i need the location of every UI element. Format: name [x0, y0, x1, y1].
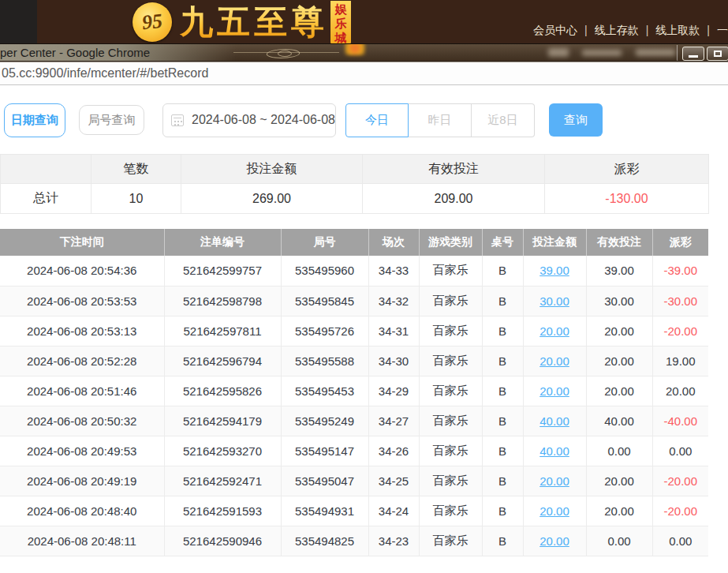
cell-bet-time: 2024-06-08 20:53:13	[0, 316, 164, 346]
bet-amount-link[interactable]: 40.00	[539, 414, 569, 428]
minimize-button[interactable]	[682, 47, 704, 61]
blurred-text-blob	[548, 48, 569, 57]
maximize-button[interactable]	[707, 47, 728, 61]
last-8-days-button[interactable]: 近8日	[472, 103, 535, 137]
bet-amount-link[interactable]: 20.00	[539, 534, 569, 548]
window-controls	[677, 45, 728, 62]
records-header-row: 下注时间 注单编号 局号 场次 游戏类别 桌号 投注金额 有效投注 派彩	[0, 229, 708, 256]
cell-table-no: B	[482, 526, 523, 556]
cell-bet-time: 2024-06-08 20:54:36	[0, 256, 164, 286]
round-query-tab[interactable]: 局号查询	[79, 105, 144, 135]
cell-order-no: 521642595826	[164, 376, 281, 406]
cell-game-type: 百家乐	[419, 406, 482, 436]
nav-online-withdraw[interactable]: 线上取款	[655, 24, 700, 36]
address-bar[interactable]: 05.cc:9900/infe/mcenter/#/betRecord	[0, 62, 728, 85]
summary-total-row: 总计 10 269.00 209.00 -130.00	[1, 184, 709, 214]
records-body: 2024-06-08 20:54:36 521642599757 5354959…	[0, 256, 708, 556]
cell-session: 34-33	[368, 256, 419, 286]
logo-vertical-banner: 娱 乐 城	[330, 1, 351, 43]
nav-member-center[interactable]: 会员中心	[533, 24, 577, 36]
date-range-input[interactable]: 2024-06-08 ~ 2024-06-08	[162, 103, 336, 137]
cell-round-no: 535494931	[281, 496, 368, 526]
cell-table-no: B	[482, 256, 523, 286]
cell-payout: -39.00	[652, 256, 708, 286]
logo-title: 九五至尊	[180, 1, 328, 43]
cell-order-no: 521642594179	[164, 406, 281, 436]
cell-payout: -20.00	[652, 466, 708, 496]
cell-table-no: B	[482, 316, 523, 346]
cell-bet-amount: 20.00	[523, 316, 586, 346]
summary-payout-value: -130.00	[545, 184, 709, 214]
decorative-swirl-icon	[233, 52, 339, 58]
cell-bet-amount: 40.00	[523, 436, 586, 466]
bet-amount-link[interactable]: 40.00	[539, 444, 569, 458]
nav-separator: |	[646, 24, 649, 36]
search-button[interactable]: 查询	[549, 103, 603, 137]
maximize-icon	[714, 51, 722, 57]
cell-valid-bet: 40.00	[586, 406, 652, 436]
summary-header-blank	[1, 155, 91, 184]
bet-amount-link[interactable]: 20.00	[539, 474, 569, 488]
summary-valid-bet-value: 209.00	[363, 184, 545, 214]
cell-bet-amount: 30.00	[523, 286, 586, 316]
bet-amount-link[interactable]: 20.00	[539, 324, 569, 338]
cell-session: 34-32	[368, 286, 419, 316]
table-row: 2024-06-08 20:54:36 521642599757 5354959…	[0, 256, 708, 286]
cell-session: 34-25	[368, 466, 419, 496]
cell-valid-bet: 20.00	[586, 466, 652, 496]
table-row: 2024-06-08 20:53:53 521642598798 5354958…	[0, 286, 708, 316]
bet-amount-link[interactable]: 20.00	[539, 504, 569, 518]
window-title: per Center - Google Chrome	[0, 44, 150, 61]
cell-bet-amount: 20.00	[523, 496, 586, 526]
cell-payout: -20.00	[652, 316, 708, 346]
nav-separator: |	[707, 24, 710, 36]
col-order-no: 注单编号	[164, 229, 281, 256]
cell-session: 34-29	[368, 376, 419, 406]
table-row: 2024-06-08 20:50:32 521642594179 5354952…	[0, 406, 708, 436]
summary-header-valid-bet: 有效投注	[363, 155, 545, 184]
bet-amount-link[interactable]: 20.00	[539, 384, 569, 398]
logo-95-icon: 95	[133, 2, 172, 42]
banner-char: 城	[330, 31, 351, 43]
today-button[interactable]: 今日	[345, 103, 409, 137]
summary-total-label: 总计	[1, 184, 91, 214]
bet-amount-link[interactable]: 30.00	[539, 294, 569, 308]
cell-bet-time: 2024-06-08 20:52:28	[0, 346, 164, 376]
cell-bet-time: 2024-06-08 20:49:19	[0, 466, 164, 496]
summary-table: 笔数 投注金额 有效投注 派彩 总计 10 269.00 209.00 -130…	[0, 154, 709, 214]
col-bet-time: 下注时间	[0, 229, 164, 256]
blurred-text-blob	[582, 50, 622, 56]
nav-one-key[interactable]: 一键	[717, 24, 728, 36]
cell-order-no: 521642597811	[164, 316, 281, 346]
minimize-icon	[689, 55, 698, 58]
cell-round-no: 535495960	[281, 256, 368, 286]
summary-bet-amount-value: 269.00	[181, 184, 363, 214]
date-query-tab[interactable]: 日期查询	[4, 103, 65, 137]
table-row: 2024-06-08 20:48:40 521642591593 5354949…	[0, 496, 708, 526]
cell-game-type: 百家乐	[419, 526, 482, 556]
cell-game-type: 百家乐	[419, 256, 482, 286]
cell-bet-amount: 40.00	[523, 406, 586, 436]
table-row: 2024-06-08 20:53:13 521642597811 5354957…	[0, 316, 708, 346]
cell-valid-bet: 20.00	[586, 376, 652, 406]
nav-online-deposit[interactable]: 线上存款	[595, 24, 639, 36]
col-table-no: 桌号	[482, 229, 523, 256]
cell-valid-bet: 0.00	[586, 526, 652, 556]
date-range-value: 2024-06-08 ~ 2024-06-08	[192, 113, 335, 127]
table-row: 2024-06-08 20:49:53 521642593270 5354951…	[0, 436, 708, 466]
cell-order-no: 521642590946	[164, 526, 281, 556]
yesterday-button[interactable]: 昨日	[409, 103, 472, 137]
cell-order-no: 521642599757	[164, 256, 281, 286]
bet-records-table: 下注时间 注单编号 局号 场次 游戏类别 桌号 投注金额 有效投注 派彩 202…	[0, 229, 708, 556]
cell-bet-amount: 39.00	[523, 256, 586, 286]
cell-bet-amount: 20.00	[523, 526, 586, 556]
cell-game-type: 百家乐	[419, 346, 482, 376]
cell-bet-time: 2024-06-08 20:49:53	[0, 436, 164, 466]
bet-amount-link[interactable]: 39.00	[539, 264, 569, 277]
cell-session: 34-26	[368, 436, 419, 466]
bet-amount-link[interactable]: 20.00	[539, 354, 569, 368]
col-payout: 派彩	[652, 229, 708, 256]
blurred-text-blob	[636, 49, 675, 56]
site-logo: 95 九五至尊 娱 乐 城	[133, 1, 351, 43]
cell-payout: -20.00	[652, 496, 708, 526]
